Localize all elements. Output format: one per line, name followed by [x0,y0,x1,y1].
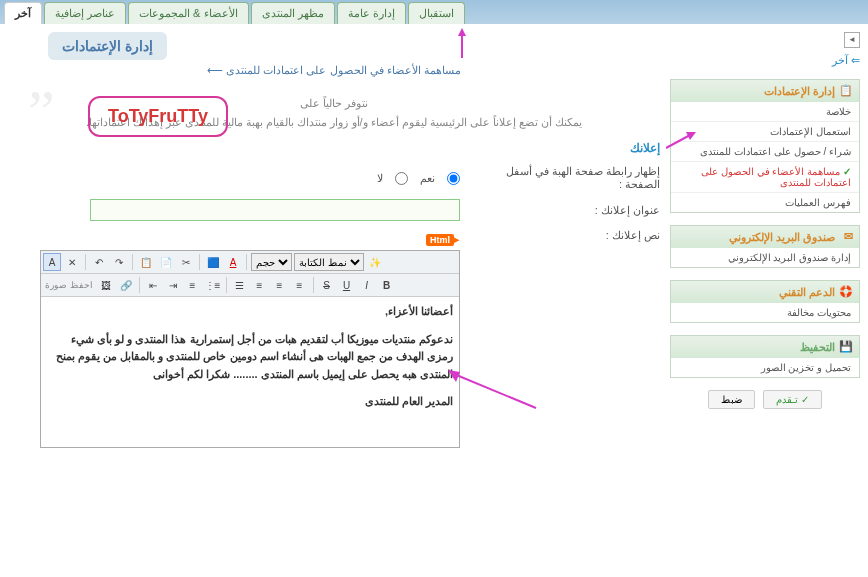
italic-icon[interactable]: I [358,276,376,294]
cut-icon[interactable]: ✂ [177,253,195,271]
save-button[interactable]: تـقدم [763,390,822,409]
section-ad-title: إعلانك [8,141,660,157]
radio-no[interactable] [395,172,408,185]
radio-yes[interactable] [447,172,460,185]
panel-credits-title: إدارة الإعتمادات [764,85,835,98]
sidebar-item-images[interactable]: تحميل و تخزين الصور [671,358,859,377]
tab-other[interactable]: آخر [4,2,42,24]
list-ol-icon[interactable]: ≡ [184,276,202,294]
underline-icon[interactable]: U [338,276,356,294]
label-ad-text: نص إعلانك : [480,229,660,242]
reset-button[interactable]: ضبط [708,390,755,409]
support-icon: 🛟 [839,285,853,299]
sidebar-item-summary[interactable]: خلاصة [671,102,859,122]
redo-icon[interactable]: ↷ [110,253,128,271]
label-ad-title: عنوان إعلانك : [480,204,660,217]
tab-members[interactable]: الأعضاء & المجموعات [128,2,248,24]
top-tab-bar: استقبال إدارة عامة مظهر المنتدى الأعضاء … [0,0,868,24]
editor-toolbar: A ✕ ↶ ↷ 📋 📄 ✂ 🟦 A حجم نمط [41,251,459,274]
backup-icon: 💾 [839,340,853,354]
panel-backup: 💾 التحفيظ تحميل و تخزين الصور [670,335,860,378]
bold-icon[interactable]: B [378,276,396,294]
rich-text-editor: A ✕ ↶ ↷ 📋 📄 ✂ 🟦 A حجم نمط [40,250,460,448]
tab-extras[interactable]: عناصر إضافية [44,2,126,24]
panel-support-title: الدعم التقني [779,286,835,299]
panel-backup-header: 💾 التحفيظ [671,336,859,358]
panel-mailbox: ✉ صندوق البريد الإلكتروني إدارة صندوق ال… [670,225,860,268]
paste-icon[interactable]: 📋 [137,253,155,271]
tab-reception[interactable]: استقبال [408,2,465,24]
link-icon[interactable]: 🔗 [117,276,135,294]
tab-appearance[interactable]: مظهر المنتدى [251,2,335,24]
html-mode-toggle[interactable]: Html [426,233,460,246]
image-icon[interactable]: 🖼 [97,276,115,294]
radio-yes-label: نعم [420,172,435,185]
collapse-icon[interactable] [844,32,860,48]
tab-general[interactable]: إدارة عامة [337,2,406,24]
strike-icon[interactable]: S [318,276,336,294]
bgcolor-icon[interactable]: 🟦 [204,253,222,271]
panel-credits: 📋 إدارة الإعتمادات خلاصة استعمال الإعتما… [670,79,860,213]
panel-support: 🛟 الدعم التقني محتويات مخالفة [670,280,860,323]
breadcrumb-back[interactable]: ⇐ آخر [670,54,860,67]
panel-backup-title: التحفيظ [800,341,835,354]
panel-credits-header: 📋 إدارة الإعتمادات [671,80,859,102]
ad-title-input[interactable] [90,199,460,221]
credits-icon: 📋 [839,84,853,98]
sidebar-item-violations[interactable]: محتويات مخالفة [671,303,859,322]
sidebar-item-member-contrib[interactable]: مساهمة الأعضاء في الحصول على اعتمادات لل… [671,162,859,193]
panel-support-header: 🛟 الدعم التقني [671,281,859,303]
align-right-icon[interactable]: ≡ [291,276,309,294]
panel-mailbox-header: ✉ صندوق البريد الإلكتروني [671,226,859,248]
wand-icon[interactable]: ✨ [366,253,384,271]
panel-mailbox-title: صندوق البريد الإلكتروني [729,231,835,244]
fontstyle-select[interactable]: نمط الكتابة [294,253,364,271]
outdent-icon[interactable]: ⇤ [144,276,162,294]
page-title: إدارة الإعتمادات [48,32,167,60]
radio-no-label: لا [377,172,383,185]
mailbox-icon: ✉ [839,230,853,244]
textcolor-icon[interactable]: A [224,253,242,271]
sidebar-item-operations[interactable]: فهرس العمليات [671,193,859,212]
sidebar-item-use-credits[interactable]: استعمال الإعتمادات [671,122,859,142]
editor-body[interactable]: أعضائنا الأعزاء, ندعوكم منتديات ميوزيكا … [41,297,459,447]
label-show-link: إظهار رابطة صفحة الهبة في أسفل الصفحة : [480,165,660,191]
undo-icon[interactable]: ↶ [90,253,108,271]
align-left-icon[interactable]: ≡ [251,276,269,294]
indent-icon[interactable]: ⇥ [164,276,182,294]
sidebar-item-buy-credits[interactable]: شراء / حصول على اعتمادات للمنتدى [671,142,859,162]
editor-toolbar-2: احفظ صورة 🖼 🔗 ⇤ ⇥ ≡ ⋮≡ ☰ ≡ ≡ ≡ [41,274,459,297]
radio-show-link: نعم لا [377,172,460,185]
clear-format-icon[interactable]: ✕ [63,253,81,271]
list-ul-icon[interactable]: ⋮≡ [204,276,222,294]
sidebar-item-mailbox[interactable]: إدارة صندوق البريد الإلكتروني [671,248,859,267]
align-center-icon[interactable]: ≡ [271,276,289,294]
upload-image-label: احفظ صورة [43,278,95,292]
page-subtitle: مساهمة الأعضاء في الحصول على اعتمادات لل… [8,64,660,77]
copy-icon[interactable]: 📄 [157,253,175,271]
sidebar: ⇐ آخر 📋 إدارة الإعتمادات خلاصة استعمال ا… [670,32,860,456]
format-icon[interactable]: A [43,253,61,271]
align-justify-icon[interactable]: ☰ [231,276,249,294]
brand-watermark: ToTyFruTTy [88,96,228,137]
fontsize-select[interactable]: حجم [251,253,292,271]
